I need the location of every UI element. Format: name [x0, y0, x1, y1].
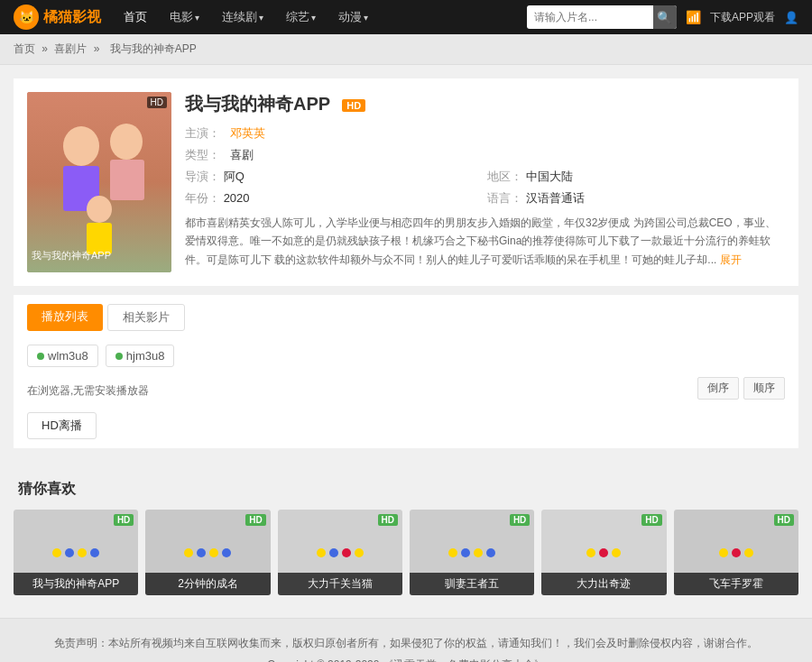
info-language: 语言： 汉语普通话	[487, 190, 785, 207]
info-year-language: 年份： 2020 语言： 汉语普通话	[185, 190, 785, 207]
chevron-down-icon: ▾	[195, 13, 199, 23]
source2-button[interactable]: hjm3u8	[106, 345, 175, 367]
rec-dots-1	[184, 548, 231, 557]
rec-dots-0	[52, 548, 99, 557]
source2-status-dot	[115, 353, 123, 360]
nav-item-movies[interactable]: 电影 ▾	[161, 4, 208, 31]
svg-point-3	[110, 124, 143, 160]
info-starring: 主演： 邓英英	[185, 125, 785, 142]
dot	[65, 548, 74, 557]
rec-thumb-5: HD 飞车手罗霍	[674, 510, 798, 595]
movie-title: 我与我的神奇APP HD	[185, 92, 785, 116]
rec-item-0[interactable]: HD 我与我的神奇APP	[14, 510, 138, 595]
hd-episode-button[interactable]: HD离播	[27, 412, 785, 439]
expand-button[interactable]: 展开	[720, 253, 742, 266]
rec-hd-badge-1: HD	[245, 514, 265, 526]
info-genre: 类型： 喜剧	[185, 147, 785, 163]
info-director: 导演： 阿Q	[185, 169, 483, 185]
svg-point-1	[63, 126, 99, 166]
wifi-icon: 📶	[686, 10, 701, 24]
rec-title-1: 2分钟的成名	[145, 573, 270, 595]
chevron-down-icon: ▾	[364, 13, 368, 23]
dot	[719, 548, 728, 557]
info-year: 年份： 2020	[185, 190, 483, 207]
main-nav: 首页 电影 ▾ 连续剧 ▾ 综艺 ▾ 动漫 ▾	[115, 4, 377, 31]
starring-link[interactable]: 邓英英	[230, 126, 265, 140]
nav-item-anime[interactable]: 动漫 ▾	[329, 4, 377, 31]
tab-playlist[interactable]: 播放列表	[27, 304, 103, 331]
dot	[599, 548, 608, 557]
tabs: 播放列表 相关影片	[27, 304, 785, 331]
header-right: 🔍 📶 下载APP观看 👤	[527, 5, 798, 29]
rec-item-4[interactable]: HD 大力出奇迹	[541, 510, 666, 595]
footer-copyright: Copyright © 2019-2020 《迅雷天堂－免費电影分享大全》	[14, 654, 798, 662]
dot	[448, 548, 457, 557]
rec-hd-badge-5: HD	[774, 514, 794, 526]
dot	[317, 548, 326, 557]
dot	[78, 548, 87, 557]
search-input[interactable]	[527, 11, 653, 23]
no-plugin-text: 在浏览器,无需安装播放器	[27, 383, 149, 399]
nav-item-variety[interactable]: 综艺 ▾	[277, 4, 325, 31]
svg-point-5	[87, 196, 112, 223]
dot	[342, 548, 351, 557]
download-app-link[interactable]: 下载APP观看	[710, 10, 775, 25]
dot	[209, 548, 218, 557]
source1-button[interactable]: wlm3u8	[27, 345, 98, 367]
dot	[329, 548, 338, 557]
rec-dots-5	[719, 548, 753, 557]
breadcrumb-sep2: »	[94, 42, 103, 55]
info-director-region: 导演： 阿Q 地区： 中国大陆	[185, 169, 785, 185]
rec-thumb-3: HD 驯妻王者五	[410, 510, 534, 595]
breadcrumb-current: 我与我的神奇APP	[110, 42, 197, 55]
breadcrumb: 首页 » 喜剧片 » 我与我的神奇APP	[0, 34, 812, 65]
nav-item-home[interactable]: 首页	[115, 4, 156, 31]
breadcrumb-sep1: »	[42, 42, 51, 55]
rec-title-4: 大力出奇迹	[541, 573, 666, 595]
rec-title-0: 我与我的神奇APP	[14, 573, 138, 595]
dot	[197, 548, 206, 557]
rec-dots-2	[317, 548, 364, 557]
dot	[90, 548, 99, 557]
rec-title-3: 驯妻王者五	[410, 573, 534, 595]
source1-status-dot	[37, 353, 44, 360]
dot	[612, 548, 621, 557]
rec-dots-3	[448, 548, 495, 557]
rec-hd-badge-0: HD	[114, 514, 134, 526]
order-button[interactable]: 顺序	[743, 377, 785, 400]
logo-icon: 🐱	[14, 5, 39, 30]
dot	[586, 548, 595, 557]
reverse-button[interactable]: 倒序	[697, 377, 739, 400]
rec-dots-4	[586, 548, 621, 557]
breadcrumb-comedy[interactable]: 喜剧片	[54, 42, 87, 55]
rec-thumb-0: HD 我与我的神奇APP	[14, 510, 138, 595]
dot	[474, 548, 483, 557]
rec-item-3[interactable]: HD 驯妻王者五	[410, 510, 534, 595]
dot	[732, 548, 741, 557]
dot	[461, 548, 470, 557]
dot	[52, 548, 61, 557]
header: 🐱 橘猫影视 首页 电影 ▾ 连续剧 ▾ 综艺 ▾ 动漫 ▾	[0, 0, 812, 34]
rec-title-2: 大力千关当猫	[278, 573, 402, 595]
rec-title-5: 飞车手罗霍	[674, 573, 798, 595]
footer: 免责声明：本站所有视频均来自互联网收集而来，版权归原创者所有，如果侵犯了你的权益…	[0, 618, 812, 662]
rec-hd-badge-3: HD	[510, 514, 530, 526]
rec-hd-badge-2: HD	[378, 514, 398, 526]
svg-rect-4	[110, 160, 144, 200]
logo[interactable]: 🐱 橘猫影视	[14, 5, 101, 30]
movie-details: 我与我的神奇APP HD 主演： 邓英英 类型： 喜剧 导演： 阿Q 地区： 中…	[185, 92, 785, 272]
rec-item-1[interactable]: HD 2分钟的成名	[145, 510, 270, 595]
spacer	[14, 457, 798, 471]
rec-item-2[interactable]: HD 大力千关当猫	[278, 510, 402, 595]
search-box: 🔍	[527, 5, 677, 29]
rec-item-5[interactable]: HD 飞车手罗霍	[674, 510, 798, 595]
user-icon[interactable]: 👤	[784, 11, 798, 24]
rec-thumb-1: HD 2分钟的成名	[145, 510, 270, 595]
footer-disclaimer: 免责声明：本站所有视频均来自互联网收集而来，版权归原创者所有，如果侵犯了你的权益…	[14, 632, 798, 654]
episode-list: wlm3u8 hjm3u8	[27, 340, 785, 372]
poster-image: 我与我的神奇APP	[27, 92, 171, 272]
breadcrumb-home[interactable]: 首页	[14, 42, 35, 55]
search-button[interactable]: 🔍	[653, 5, 677, 29]
tab-related[interactable]: 相关影片	[107, 304, 185, 331]
nav-item-series[interactable]: 连续剧 ▾	[213, 4, 272, 31]
